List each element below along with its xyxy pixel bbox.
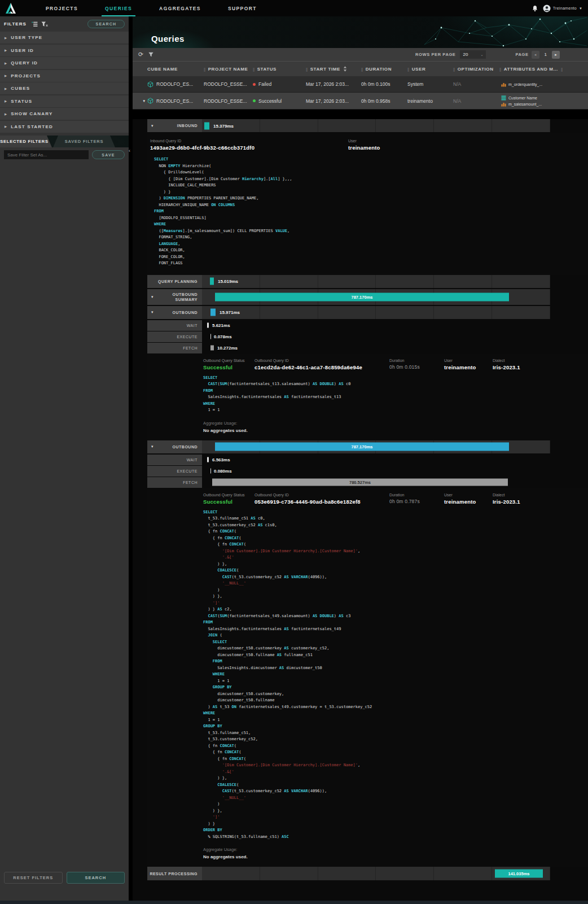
sidebar-collapse-icon[interactable]: ‹ [129, 147, 133, 155]
nav-item-projects[interactable]: PROJECTS [32, 0, 91, 16]
nav-item-aggregates[interactable]: AGGREGATES [146, 0, 214, 16]
attribute-item: m_salesamount_... [501, 102, 542, 107]
column-header-user[interactable]: ||USER [407, 67, 453, 72]
queries-table-body: RODOLFO_ES... RODOLFO_ESSE... Failed Mar… [133, 76, 588, 110]
sort-icon[interactable] [343, 66, 347, 72]
duration-bar [210, 346, 214, 351]
main-content: Queries ⟳ ROWS PER PAGE 20 ⌄ PAGE ◂ 1 ▸ … [133, 16, 588, 904]
sidebar-filter-user-type[interactable]: ▶ USER TYPE [0, 32, 129, 43]
nav-item-queries[interactable]: QUERIES [91, 0, 146, 16]
measure-icon [501, 102, 506, 107]
duration-value: 15.379ms [213, 123, 234, 128]
attribute-item: m_orderquantity_... [501, 82, 542, 87]
cell-attributes: m_orderquantity_... [499, 82, 588, 87]
prev-page-button[interactable]: ◂ [532, 51, 539, 59]
cell-user: treinamento [407, 98, 453, 104]
sidebar-search-button[interactable]: SEARCH [87, 20, 125, 28]
timeline-row-outbound-2: ▾ OUTBOUND 787.170ms [147, 440, 588, 453]
chevron-down-icon: ▼ [579, 7, 582, 10]
column-header-optimization[interactable]: ||OPTIMIZATION [453, 67, 499, 72]
bell-icon[interactable] [532, 5, 538, 12]
cell-cube-name: RODOLFO_ES... [147, 98, 204, 104]
column-header-cube-name[interactable]: CUBE NAME [147, 67, 204, 72]
measure-icon [501, 82, 506, 87]
save-filter-input[interactable] [4, 150, 89, 159]
inbound-user: treinamento [348, 145, 380, 151]
atscale-logo-icon[interactable] [5, 2, 16, 14]
timeline-row-wait-2: WAIT 6.563ms [147, 455, 588, 465]
column-filter-icon[interactable] [148, 51, 154, 58]
sidebar-filter-query-id[interactable]: ▶ QUERY ID [0, 57, 129, 69]
duration-bar: 787.170ms [215, 292, 509, 301]
column-resize-handle[interactable]: || [561, 67, 563, 71]
sidebar-filter-projects[interactable]: ▶ PROJECTS [0, 70, 129, 82]
collapse-caret-icon[interactable]: ▾ [151, 444, 153, 449]
chevron-right-icon: ▶ [5, 62, 7, 65]
nav-item-support[interactable]: SUPPORT [214, 0, 270, 16]
outbound-status: Successful [203, 364, 254, 370]
page-title: Queries [151, 34, 185, 43]
top-nav: PROJECTS QUERIES AGGREGATES SUPPORT Trei… [0, 0, 588, 16]
outbound-status: Successful [203, 499, 254, 505]
column-header-attributes-and-m[interactable]: ||ATTRIBUTES AND M...|| [499, 67, 588, 72]
duration-bar [210, 334, 211, 339]
page-header: Queries [133, 16, 588, 48]
column-header-project-name[interactable]: ||PROJECT NAME [204, 67, 253, 72]
inbound-user-group: User treinamento [348, 139, 380, 151]
column-resize-handle[interactable]: || [361, 67, 363, 71]
column-resize-handle[interactable]: || [253, 67, 254, 71]
column-resize-handle[interactable]: || [453, 67, 455, 71]
sidebar-filter-show-canary[interactable]: ▶ SHOW CANARY [0, 108, 129, 120]
sidebar-bottom-actions: RESET FILTERS SEARCH [0, 872, 129, 884]
collapse-caret-icon[interactable]: ▾ [151, 310, 153, 315]
sidebar-filter-status[interactable]: ▶ STATUS [0, 95, 129, 107]
next-page-button[interactable]: ▸ [552, 51, 560, 59]
apply-search-button[interactable]: SEARCH [67, 872, 125, 884]
rows-per-page-select[interactable]: 20 ⌄ [460, 50, 486, 59]
column-resize-handle[interactable]: || [499, 67, 501, 71]
table-row[interactable]: RODOLFO_ES... RODOLFO_ESSE... Failed Mar… [133, 76, 588, 93]
attribute-item: Customer Name [501, 95, 537, 101]
inbound-query-id: 1493ae29-d6b0-4fcf-9b32-c66ccb371df0 [150, 145, 348, 151]
sidebar-filter-user-id[interactable]: ▶ USER ID [0, 45, 129, 56]
user-menu[interactable]: Treinamento ▼ [543, 5, 582, 12]
filter-list-icon[interactable] [32, 21, 38, 27]
tab-selected-filters[interactable]: SELECTED FILTERS [0, 136, 52, 147]
column-header-start-time[interactable]: ||START TIME [306, 66, 361, 72]
duration-bar [210, 278, 214, 285]
reset-filters-button[interactable]: RESET FILTERS [4, 872, 63, 884]
column-resize-handle[interactable]: || [407, 67, 409, 71]
timeline-row-execute-1: EXECUTE 0.078ms [147, 331, 588, 342]
clear-filters-icon[interactable] [41, 21, 48, 27]
column-header-status[interactable]: ||STATUS [253, 67, 306, 72]
cell-expand: ▾ [133, 99, 147, 103]
duration-bar [207, 323, 209, 328]
sidebar-filter-cubes[interactable]: ▶ CUBES [0, 82, 129, 94]
sidebar-filter-last-started[interactable]: ▶ LAST STARTED [0, 121, 129, 133]
column-resize-handle[interactable]: || [204, 67, 205, 71]
column-resize-handle[interactable]: || [306, 67, 308, 71]
rows-per-page-value: 20 [463, 52, 468, 57]
refresh-icon[interactable]: ⟳ [138, 51, 143, 58]
collapse-caret-icon[interactable]: ▾ [151, 124, 153, 128]
status-dot [253, 99, 256, 102]
outbound-sql-code: SELECT CAST(SUM(factinternetsales_t13.sa… [203, 375, 588, 414]
duration-bar [207, 457, 209, 462]
timeline-row-fetch-2: FETCH 780.527ms [147, 477, 588, 488]
nav-menu: PROJECTS QUERIES AGGREGATES SUPPORT [32, 0, 270, 16]
cell-duration: 0h 0m 0.100s [361, 81, 407, 87]
tab-saved-filters[interactable]: SAVED FILTERS [53, 136, 115, 147]
column-header-duration[interactable]: ||DURATION [361, 67, 407, 72]
chevron-right-icon: ▶ [5, 87, 7, 90]
table-row[interactable]: ▾ RODOLFO_ES... RODOLFO_ESSE... Successf… [133, 93, 588, 110]
timeline-row-query-planning: QUERY PLANNING 15.019ms [147, 275, 588, 288]
save-filter-button[interactable]: SAVE [92, 150, 125, 159]
timeline-row-inbound: ▾ INBOUND 15.379ms [147, 119, 588, 132]
collapse-caret-icon[interactable]: ▾ [151, 295, 153, 299]
pagination-controls: ROWS PER PAGE 20 ⌄ PAGE ◂ 1 ▸ [415, 50, 563, 59]
cell-start-time: Mar 17, 2026 2:03... [306, 98, 361, 104]
duration-bar: 780.527ms [212, 479, 508, 486]
expand-caret-icon[interactable]: ▾ [143, 99, 145, 103]
duration-bar [210, 309, 216, 316]
nav-right: Treinamento ▼ [532, 5, 588, 12]
